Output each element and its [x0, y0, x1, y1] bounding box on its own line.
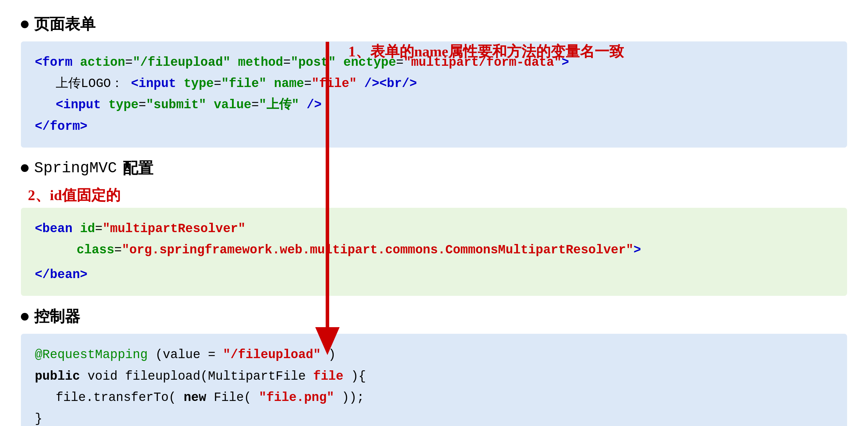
controller-title: 控制器: [21, 306, 847, 327]
springmvc-line3: </bean>: [35, 264, 833, 285]
form-line4: </form>: [35, 116, 833, 137]
section-springmvc: SpringMVC 配置 2、id值固定的 <bean id="multipar…: [21, 158, 847, 296]
section-form: 页面表单 <form action="/fileupload" method="…: [21, 14, 847, 148]
springmvc-label: SpringMVC: [34, 159, 117, 177]
bullet-form: [21, 21, 29, 28]
section-controller: 控制器 @RequestMapping (value = "/fileuploa…: [21, 306, 847, 426]
controller-code-block: @RequestMapping (value = "/fileupload" )…: [21, 334, 847, 426]
annotation-2-wrapper: 2、id值固定的 <bean id="multipartResolver" cl…: [21, 186, 847, 296]
annotation-2: 2、id值固定的: [28, 186, 847, 205]
page-wrapper: 1、表单的name属性要和方法的变量名一致 页面表单 <form action=…: [21, 14, 847, 426]
ctrl-line2: public void fileupload(MultipartFile fil…: [35, 366, 833, 387]
annotation-1: 1、表单的name属性要和方法的变量名一致: [348, 42, 624, 61]
springmvc-line1: <bean id="multipartResolver": [35, 218, 833, 239]
bullet-springmvc: [21, 164, 29, 172]
ctrl-line1: @RequestMapping (value = "/fileupload" ): [35, 344, 833, 365]
springmvc-code-block: <bean id="multipartResolver" class="org.…: [21, 208, 847, 296]
form-line2: 上传LOGO： <input type="file" name="file" /…: [35, 73, 833, 94]
ctrl-line3: file.transferTo( new File( "file.png" ))…: [35, 387, 833, 408]
form-line3: <input type="submit" value="上传" />: [35, 94, 833, 116]
springmvc-line2: class="org.springframework.web.multipart…: [35, 239, 833, 261]
springmvc-config-label: 配置: [123, 158, 153, 179]
ctrl-line4: }: [35, 408, 833, 426]
form-title: 页面表单: [21, 14, 847, 34]
springmvc-header: SpringMVC 配置: [21, 158, 847, 179]
bullet-controller: [21, 313, 29, 321]
